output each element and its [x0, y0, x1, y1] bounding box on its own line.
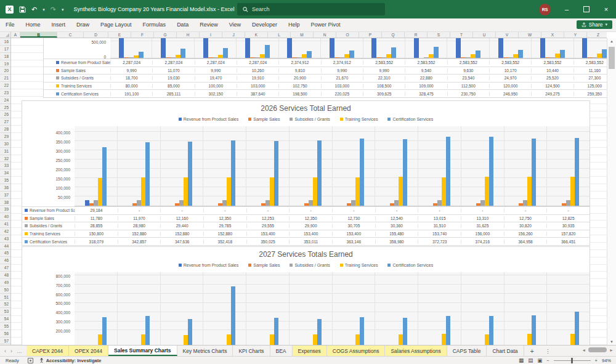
column-header-c[interactable]: C: [57, 32, 84, 38]
page-break-view-icon[interactable]: ▣: [537, 357, 542, 363]
bar-certification-services[interactable]: [274, 318, 278, 345]
row-header-52[interactable]: 52: [0, 301, 10, 308]
minimize-button[interactable]: –: [557, 0, 577, 18]
column-header-v[interactable]: V: [496, 32, 519, 38]
bar-training-services[interactable]: [429, 54, 434, 58]
row-header-18[interactable]: 18: [0, 53, 10, 60]
sheet-tab-opex-2044[interactable]: OPEX 2044: [69, 346, 108, 356]
row-header-22[interactable]: 22: [0, 82, 10, 89]
bar-training-services[interactable]: [98, 334, 102, 345]
row-header-28[interactable]: 28: [0, 126, 10, 133]
bar-subsidies-grants[interactable]: [222, 200, 227, 206]
bar-training-services[interactable]: [355, 334, 360, 345]
bar-certification-services[interactable]: [265, 45, 270, 58]
zoom-in-button[interactable]: +: [595, 358, 598, 363]
bar-certification-services[interactable]: [231, 140, 235, 206]
bar-subsidies-grants[interactable]: [213, 57, 218, 58]
bar-training-services[interactable]: [344, 54, 349, 58]
sheet-nav-next-icon[interactable]: ›: [10, 348, 12, 354]
bar-subsidies-grants[interactable]: [437, 200, 442, 206]
chart-2027-services-totals-earned[interactable]: 2027 Services Totals EarnedRevenue from …: [22, 246, 590, 345]
bar-certification-services[interactable]: [223, 48, 228, 58]
row-header-25[interactable]: 25: [0, 104, 10, 111]
user-avatar[interactable]: RS: [539, 4, 551, 15]
search-input[interactable]: Search: [237, 3, 385, 15]
row-header-19[interactable]: 19: [0, 60, 10, 68]
column-header-a[interactable]: A: [11, 32, 20, 38]
row-header-47[interactable]: 47: [0, 264, 10, 272]
row-header-56[interactable]: 56: [0, 330, 10, 338]
bar-revenue-from-product-sales[interactable]: [161, 38, 166, 58]
bar-revenue-from-product-sales[interactable]: [245, 38, 250, 58]
chart-services-partial-top[interactable]: 500,0000Revenue from Product Sales2,287,…: [43, 38, 607, 98]
bar-sample-sales[interactable]: [218, 203, 222, 206]
bar-subsidies-grants[interactable]: [137, 200, 141, 206]
row-header-53[interactable]: 53: [0, 308, 10, 315]
sheet-tab-capex-2044[interactable]: CAPEX 2044: [26, 346, 69, 356]
bar-certification-services[interactable]: [188, 142, 192, 206]
bar-training-services[interactable]: [570, 334, 575, 345]
bar-sample-sales[interactable]: [587, 57, 592, 58]
bar-certification-services[interactable]: [145, 142, 150, 206]
bar-subsidies-grants[interactable]: [480, 200, 485, 206]
row-header-21[interactable]: 21: [0, 75, 10, 82]
undo-caret-icon[interactable]: ▾: [43, 7, 45, 12]
bar-subsidies-grants[interactable]: [523, 200, 527, 206]
bar-training-services[interactable]: [485, 177, 489, 206]
column-header-w[interactable]: W: [519, 32, 541, 38]
column-header-x[interactable]: X: [541, 32, 564, 38]
row-header-33[interactable]: 33: [0, 162, 10, 169]
bar-certification-services[interactable]: [349, 51, 354, 58]
sheet-nav-more-icon[interactable]: …: [17, 348, 22, 354]
normal-view-icon[interactable]: ▦: [519, 357, 524, 363]
bar-certification-services[interactable]: [102, 147, 107, 206]
row-header-57[interactable]: 57: [0, 338, 10, 345]
bar-sample-sales[interactable]: [433, 203, 437, 206]
bar-training-services[interactable]: [313, 177, 317, 206]
bar-certification-services[interactable]: [360, 317, 364, 345]
bar-training-services[interactable]: [513, 54, 518, 58]
restore-button[interactable]: [577, 0, 596, 18]
legend-item-training-services[interactable]: Training Services: [340, 117, 378, 121]
bar-sample-sales[interactable]: [261, 203, 265, 206]
bar-certification-services[interactable]: [391, 47, 396, 58]
bar-sample-sales[interactable]: [390, 203, 394, 206]
bar-certification-services[interactable]: [180, 49, 185, 58]
bar-training-services[interactable]: [184, 177, 188, 206]
bar-revenue-from-product-sales[interactable]: [540, 38, 545, 58]
column-header-m[interactable]: M: [291, 32, 314, 38]
vertical-scroll-thumb[interactable]: [609, 47, 615, 69]
legend-item-revenue-from-product-sales[interactable]: Revenue from Product Sales: [179, 263, 239, 267]
menu-tab-data[interactable]: Data: [171, 18, 194, 31]
row-header-32[interactable]: 32: [0, 155, 10, 163]
bar-revenue-from-product-sales[interactable]: [287, 38, 292, 58]
bar-certification-services[interactable]: [489, 137, 493, 206]
column-header-y[interactable]: Y: [564, 32, 587, 38]
row-header-39[interactable]: 39: [0, 206, 10, 213]
bar-certification-services[interactable]: [575, 312, 579, 345]
row-header-34[interactable]: 34: [0, 169, 10, 177]
bar-training-services[interactable]: [485, 334, 489, 345]
bar-training-services[interactable]: [313, 334, 317, 345]
row-header-26[interactable]: 26: [0, 111, 10, 118]
bar-training-services[interactable]: [270, 177, 274, 206]
bar-certification-services[interactable]: [560, 50, 565, 58]
qat-customize-icon[interactable]: ▾: [62, 7, 64, 12]
bar-revenue-from-product-sales[interactable]: [456, 38, 461, 58]
column-header-d[interactable]: D: [84, 32, 108, 38]
column-header-t[interactable]: T: [450, 32, 473, 38]
plot-area[interactable]: [75, 126, 590, 206]
bar-certification-services[interactable]: [446, 316, 450, 345]
bar-training-services[interactable]: [555, 54, 560, 58]
bar-training-services[interactable]: [98, 178, 102, 206]
hscroll-right-icon[interactable]: ►: [609, 348, 614, 352]
sheet-tab-menu-icon[interactable]: ⋮: [540, 346, 556, 356]
sheet-nav-prev-icon[interactable]: ‹: [4, 348, 6, 354]
row-header-42[interactable]: 42: [0, 228, 10, 235]
menu-tab-power-pivot[interactable]: Power Pivot: [306, 18, 346, 31]
row-header-23[interactable]: 23: [0, 89, 10, 97]
menu-tab-file[interactable]: File: [0, 18, 20, 31]
bar-sample-sales[interactable]: [376, 57, 381, 58]
bar-subsidies-grants[interactable]: [381, 57, 386, 58]
sheet-tab-bea[interactable]: BEA: [270, 346, 293, 356]
